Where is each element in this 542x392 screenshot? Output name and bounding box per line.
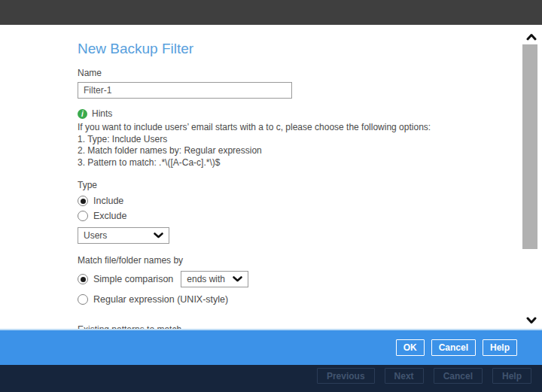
wizard-nav-bar: Previous Next Cancel Help: [0, 365, 542, 392]
match-by-label: Match file/folder names by: [78, 255, 477, 266]
name-input[interactable]: [78, 82, 292, 99]
radio-regular-expression[interactable]: Regular expression (UNIX-style): [78, 294, 477, 305]
cancel-button[interactable]: Cancel: [431, 339, 476, 356]
ok-button[interactable]: OK: [396, 339, 425, 356]
dialog-action-bar: OK Cancel Help: [0, 329, 542, 365]
new-backup-filter-dialog: New Backup Filter Name i Hints If you wa…: [78, 25, 477, 359]
radio-exclude-control[interactable]: [78, 211, 88, 221]
radio-simple-control[interactable]: [78, 274, 88, 284]
page-title: New Backup Filter: [78, 40, 477, 58]
hints-title: Hints: [92, 108, 112, 119]
type-label: Type: [78, 180, 477, 191]
hint-step-3: 3. Pattern to match: .*\([A-Ca-c].*\)$: [78, 157, 477, 169]
type-target-select[interactable]: Users: [78, 227, 169, 244]
hint-step-2: 2. Match folder names by: Regular expres…: [78, 145, 477, 157]
wizard-help-button[interactable]: Help: [492, 368, 531, 384]
hints-header: i Hints: [78, 108, 477, 119]
scrollbar-thumb[interactable]: [522, 44, 537, 249]
wizard-cancel-button[interactable]: Cancel: [434, 368, 483, 384]
radio-include-label: Include: [93, 196, 123, 206]
type-target-value: Users: [84, 230, 107, 241]
radio-exclude-label: Exclude: [93, 211, 126, 221]
top-bar: [0, 0, 542, 25]
next-button[interactable]: Next: [385, 368, 424, 384]
comparison-value: ends with: [187, 274, 225, 284]
info-icon: i: [78, 109, 87, 119]
scroll-down-icon[interactable]: [526, 314, 537, 327]
radio-regex-control[interactable]: [78, 294, 88, 305]
radio-include[interactable]: Include: [78, 196, 477, 206]
radio-regex-label: Regular expression (UNIX-style): [93, 294, 228, 305]
comparison-select[interactable]: ends with: [181, 271, 248, 287]
radio-simple-comparison[interactable]: Simple comparison ends with: [78, 271, 477, 287]
previous-button[interactable]: Previous: [317, 368, 375, 384]
scroll-up-icon[interactable]: [526, 30, 537, 44]
hint-step-1: 1. Type: Include Users: [78, 134, 477, 146]
radio-simple-label: Simple comparison: [93, 274, 173, 284]
hint-intro: If you want to include users’ email star…: [78, 122, 477, 134]
chevron-down-icon: [154, 230, 163, 241]
radio-exclude[interactable]: Exclude: [78, 211, 477, 221]
help-button[interactable]: Help: [483, 339, 517, 356]
chevron-down-icon: [233, 274, 242, 284]
radio-include-control[interactable]: [78, 196, 88, 206]
name-label: Name: [78, 68, 477, 79]
